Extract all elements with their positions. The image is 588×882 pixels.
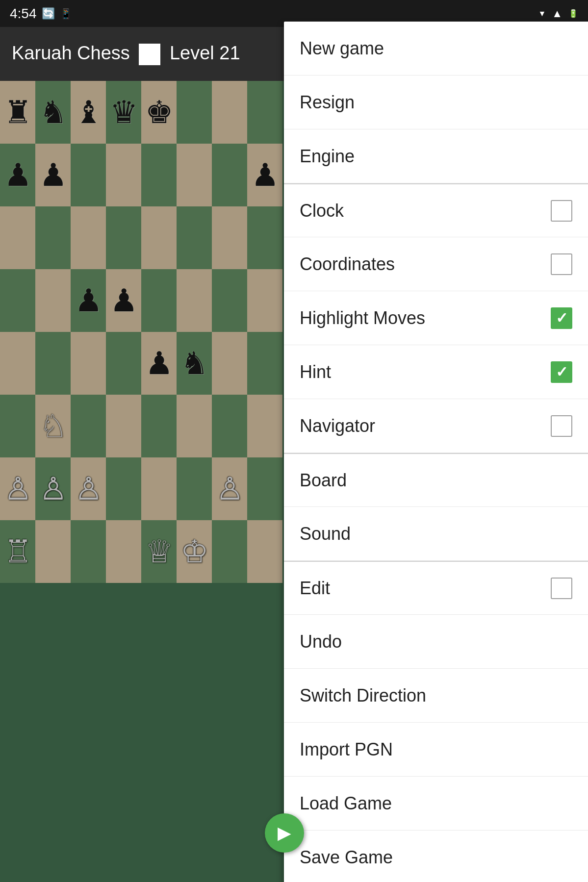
menu-item-label-clock: Clock [300, 201, 344, 221]
battery-icon: 🔋 [568, 9, 578, 18]
time-display: 4:54 [10, 6, 37, 22]
menu-item-import-pgn[interactable]: Import PGN [284, 723, 588, 777]
checkbox-hint[interactable] [551, 361, 572, 383]
checkbox-coordinates[interactable] [551, 253, 572, 275]
menu-item-label-sound: Sound [300, 524, 351, 544]
fab-button[interactable]: ▶ [265, 813, 304, 853]
menu-item-undo[interactable]: Undo [284, 615, 588, 669]
menu-item-load-game[interactable]: Load Game [284, 777, 588, 831]
menu-item-new-game[interactable]: New game [284, 22, 588, 76]
level-label: Level 21 [170, 43, 240, 63]
menu-item-label-save-game: Save Game [300, 847, 393, 868]
signal-icon: ▲ [552, 7, 562, 20]
menu-item-label-undo: Undo [300, 631, 342, 652]
menu-item-label-edit: Edit [300, 578, 330, 599]
checkbox-navigator[interactable] [551, 415, 572, 437]
menu-item-sound[interactable]: Sound [284, 507, 588, 561]
menu-item-label-new-game: New game [300, 38, 384, 59]
menu-item-label-highlight-moves: Highlight Moves [300, 308, 425, 328]
menu-item-board[interactable]: Board [284, 453, 588, 507]
status-time: 4:54 🔄 📱 [10, 6, 72, 22]
menu-item-label-board: Board [300, 470, 347, 491]
sim-icon: 📱 [60, 8, 72, 20]
menu-item-label-load-game: Load Game [300, 793, 392, 814]
menu-item-label-resign: Resign [300, 92, 355, 113]
level-badge [139, 44, 160, 65]
menu-item-switch-direction[interactable]: Switch Direction [284, 669, 588, 723]
app-title-text: Karuah Chess [12, 43, 130, 63]
menu-item-label-engine: Engine [300, 146, 355, 167]
menu-item-label-import-pgn: Import PGN [300, 739, 393, 760]
menu-item-edit[interactable]: Edit [284, 561, 588, 615]
dropdown-menu: New gameResignEngineClockCoordinatesHigh… [284, 22, 588, 882]
menu-item-save-game[interactable]: Save Game [284, 831, 588, 882]
menu-item-hint[interactable]: Hint [284, 345, 588, 399]
menu-item-engine[interactable]: Engine [284, 129, 588, 183]
fab-icon: ▶ [278, 823, 291, 843]
status-icons: ▼ ▲ 🔋 [538, 7, 578, 20]
checkbox-highlight-moves[interactable] [551, 307, 572, 329]
menu-item-label-hint: Hint [300, 362, 331, 382]
checkbox-edit[interactable] [551, 578, 572, 599]
menu-item-clock[interactable]: Clock [284, 183, 588, 237]
menu-item-navigator[interactable]: Navigator [284, 399, 588, 453]
wifi-icon: ▼ [538, 9, 546, 18]
menu-item-label-switch-direction: Switch Direction [300, 685, 426, 706]
sync-icon: 🔄 [42, 7, 55, 20]
menu-item-highlight-moves[interactable]: Highlight Moves [284, 291, 588, 345]
menu-item-label-navigator: Navigator [300, 416, 375, 436]
menu-item-label-coordinates: Coordinates [300, 254, 395, 275]
checkbox-clock[interactable] [551, 200, 572, 222]
menu-item-resign[interactable]: Resign [284, 76, 588, 129]
menu-item-coordinates[interactable]: Coordinates [284, 237, 588, 291]
